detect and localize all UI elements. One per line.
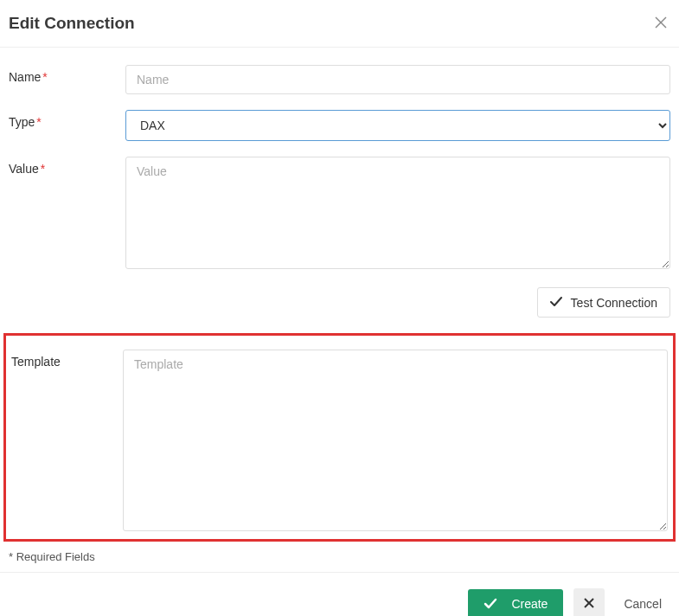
edit-connection-modal: Edit Connection Name* Type* [0, 0, 679, 616]
type-row: Type* DAX [9, 110, 670, 141]
test-connection-button[interactable]: Test Connection [537, 287, 670, 318]
x-icon [584, 598, 594, 611]
value-label-text: Value [9, 162, 39, 176]
close-button[interactable] [651, 14, 670, 31]
type-label-text: Type [9, 115, 35, 129]
template-textarea[interactable] [123, 350, 668, 531]
required-star: * [36, 115, 41, 129]
template-label: Template [11, 350, 123, 369]
value-textarea[interactable] [125, 157, 670, 269]
value-row: Value* [9, 157, 670, 272]
name-label-text: Name [9, 70, 41, 84]
check-icon [550, 295, 562, 310]
template-highlight: Template [3, 333, 676, 542]
required-star: * [41, 162, 45, 176]
modal-body: Name* Type* DAX Value* [0, 48, 679, 572]
check-icon [484, 596, 497, 613]
modal-footer: Create Cancel [0, 572, 679, 616]
test-row: Test Connection [9, 287, 670, 318]
create-button[interactable]: Create [468, 589, 563, 617]
cancel-button[interactable]: Cancel [615, 590, 670, 616]
modal-header: Edit Connection [0, 0, 679, 48]
create-button-label: Create [511, 597, 548, 611]
value-label: Value* [9, 157, 125, 176]
name-control-wrap [125, 65, 670, 94]
cancel-icon-button[interactable] [573, 588, 605, 616]
type-select[interactable]: DAX [125, 110, 670, 141]
close-icon [655, 13, 667, 32]
modal-title: Edit Connection [9, 14, 135, 33]
name-row: Name* [9, 65, 670, 94]
test-button-label: Test Connection [571, 296, 657, 310]
template-row: Template [11, 350, 668, 534]
name-label: Name* [9, 65, 125, 84]
value-control-wrap [125, 157, 670, 272]
type-label: Type* [9, 110, 125, 129]
template-control-wrap [123, 350, 668, 534]
name-input[interactable] [125, 65, 670, 94]
required-fields-note: * Required Fields [9, 550, 670, 563]
required-star: * [42, 70, 47, 84]
type-control-wrap: DAX [125, 110, 670, 141]
